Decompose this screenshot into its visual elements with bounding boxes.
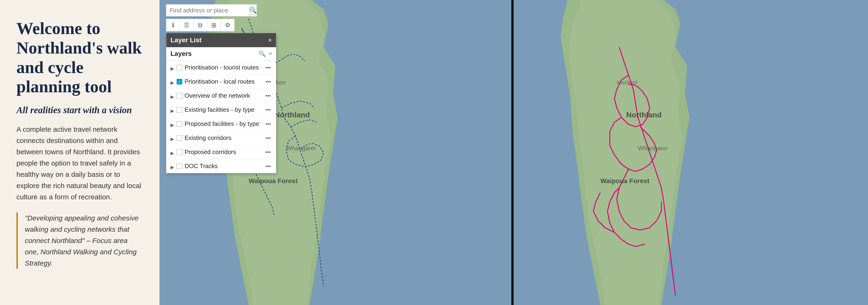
layer-menu-button[interactable]: ••• [265, 121, 272, 127]
info-button[interactable]: ℹ [166, 19, 180, 31]
layer-item: ▶Existing facilities - by type••• [166, 103, 276, 117]
layer-name: Prioritisation - local routes [185, 78, 262, 85]
layer-name: Overview of the network [185, 92, 262, 99]
map-area[interactable]: Northland Waipoua Forest Kerikeri Whanga… [159, 0, 868, 305]
layer-checkbox[interactable] [177, 65, 182, 71]
search-button[interactable]: 🔍 [249, 4, 257, 17]
layer-list-header: Layer List × [166, 33, 276, 47]
layer-expand-icon[interactable]: ▶ [170, 136, 174, 140]
layer-checkbox[interactable] [177, 107, 182, 113]
layer-list-subheader: Layers 🔍 ≡ [166, 47, 276, 61]
layer-menu-button[interactable]: ••• [265, 135, 272, 141]
layer-expand-icon[interactable]: ▶ [170, 94, 174, 98]
layer-item: ▶DOC Tracks••• [166, 159, 276, 173]
layers-filter-icon[interactable]: ≡ [269, 51, 272, 57]
layer-name: Existing corridors [185, 134, 262, 142]
layer-item: ▶Existing corridors••• [166, 131, 276, 145]
layers-button[interactable]: ⧉ [193, 19, 207, 31]
filter-icon: ⚙ [225, 22, 230, 29]
left-panel: Welcome to Northland's walk and cycle pl… [0, 0, 159, 305]
search-container: 🔍 [166, 4, 255, 17]
layer-checkbox[interactable] [177, 93, 182, 99]
layer-checkbox[interactable] [177, 79, 182, 85]
layer-menu-button[interactable]: ••• [265, 64, 272, 71]
layer-menu-button[interactable]: ••• [265, 163, 272, 169]
layer-menu-button[interactable]: ••• [265, 149, 272, 155]
list-icon: ☰ [184, 22, 189, 29]
layer-item: ▶Overview of the network••• [166, 89, 276, 103]
layer-item: ▶Proposed facilities - by type••• [166, 117, 276, 131]
layer-name: Proposed facilities - by type [185, 120, 262, 128]
layer-list-subheader-icons: 🔍 ≡ [259, 51, 272, 57]
layer-expand-icon[interactable]: ▶ [170, 108, 174, 112]
table-icon: ⊞ [211, 22, 216, 29]
layer-list-panel: Layer List × Layers 🔍 ≡ ▶Prioritisation … [166, 33, 276, 173]
quote-text: "Developing appealing and cohesive walki… [25, 213, 143, 269]
page-title: Welcome to Northland's walk and cycle pl… [17, 19, 143, 96]
layer-list-title: Layer List [170, 36, 202, 44]
search-input[interactable] [166, 4, 249, 16]
quote-block: "Developing appealing and cohesive walki… [17, 213, 143, 269]
layers-subheader-title: Layers [170, 50, 192, 58]
layer-menu-button[interactable]: ••• [265, 107, 272, 113]
list-button[interactable]: ☰ [180, 19, 193, 31]
layers-icon: ⧉ [198, 22, 203, 29]
layer-name: Proposed corridors [185, 148, 262, 156]
layer-name: Prioritisation - tourist routes [185, 64, 262, 71]
layer-item: ▶Prioritisation - local routes••• [166, 75, 276, 89]
layer-checkbox[interactable] [177, 149, 182, 155]
description: A complete active travel network connect… [17, 124, 143, 203]
layer-expand-icon[interactable]: ▶ [170, 122, 174, 126]
layer-items-container: ▶Prioritisation - tourist routes•••▶Prio… [166, 61, 276, 173]
layer-menu-button[interactable]: ••• [265, 79, 272, 85]
toolbar: 🔍 [166, 4, 255, 17]
layer-checkbox[interactable] [177, 163, 182, 169]
icon-toolbar: ℹ ☰ ⧉ ⊞ ⚙ [166, 19, 235, 31]
layer-expand-icon[interactable]: ▶ [170, 164, 174, 168]
subtitle: All realities start with a vision [17, 104, 143, 116]
layer-item: ▶Prioritisation - tourist routes••• [166, 61, 276, 75]
layer-menu-button[interactable]: ••• [265, 93, 272, 99]
layer-name: DOC Tracks [185, 163, 262, 170]
layer-list-close-button[interactable]: × [268, 37, 272, 44]
layers-search-icon[interactable]: 🔍 [259, 51, 266, 57]
layer-checkbox[interactable] [177, 135, 182, 141]
filter-button[interactable]: ⚙ [221, 19, 234, 31]
layer-expand-icon[interactable]: ▶ [170, 150, 174, 154]
table-button[interactable]: ⊞ [207, 19, 221, 31]
info-icon: ℹ [172, 22, 174, 29]
search-icon: 🔍 [249, 7, 257, 14]
layer-item: ▶Proposed corridors••• [166, 145, 276, 159]
layer-expand-icon[interactable]: ▶ [170, 80, 174, 84]
layer-checkbox[interactable] [177, 121, 182, 127]
layer-name: Existing facilities - by type [185, 106, 262, 113]
layer-expand-icon[interactable]: ▶ [170, 66, 174, 70]
